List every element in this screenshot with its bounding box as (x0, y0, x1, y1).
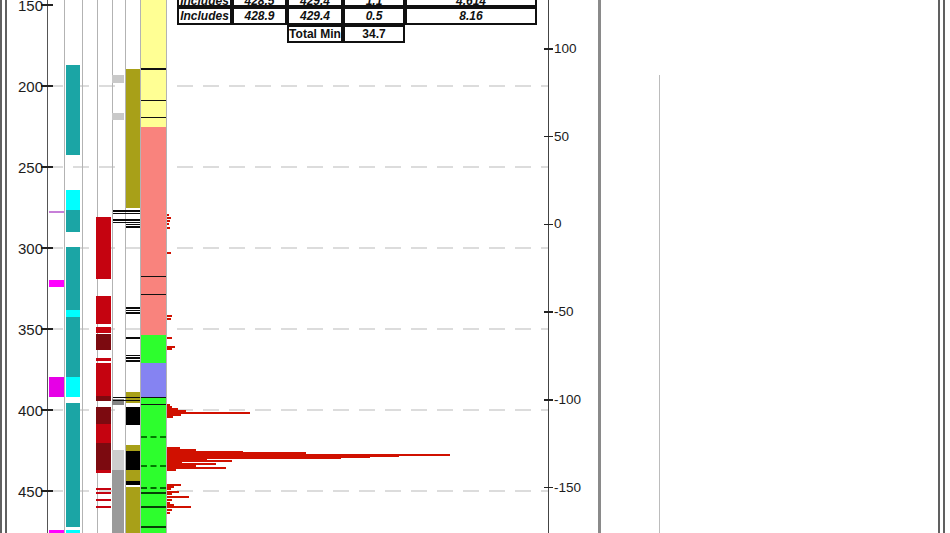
assay-curve-bar (167, 509, 172, 511)
hematite-interval (96, 492, 111, 493)
lithology-interval (141, 335, 166, 363)
table-cell: 428.9 (232, 7, 287, 25)
page-border-right-outer (943, 0, 945, 533)
lithology-contact-line (141, 487, 166, 489)
assay-curve-bar (167, 512, 170, 514)
page-border-left-inner (5, 0, 7, 533)
depth-gridline (47, 85, 548, 87)
uranium-line (126, 312, 140, 314)
table-cell: Includes (177, 0, 232, 7)
clay-interval (112, 75, 124, 83)
assay-curve-bar (167, 499, 172, 501)
silicification-interval (66, 190, 80, 210)
elevation-axis-label: 50 (554, 129, 569, 144)
elevation-axis-label: 100 (554, 41, 577, 56)
table-cell: 34.7 (343, 25, 405, 43)
elevation-axis-tick (544, 399, 553, 401)
depth-gridline (47, 409, 548, 411)
hematite-interval (96, 334, 111, 350)
silicification-interval (66, 403, 80, 527)
table-cell: 1.1 (343, 0, 405, 7)
uranium-line (126, 357, 140, 359)
elevation-axis-tick (544, 487, 553, 489)
table-cell: 4.614 (405, 0, 537, 7)
silicification-interval (66, 65, 80, 155)
lithology-interval (141, 0, 166, 69)
elevation-axis-tick (544, 224, 553, 226)
hematite-interval (96, 499, 111, 500)
assay-curve-bar (167, 252, 171, 254)
uranium-line (126, 337, 140, 339)
assay-curve-bar (167, 223, 169, 225)
lithology-interval (141, 363, 166, 397)
lithology-interval (141, 302, 166, 335)
lithology-contact-line (141, 436, 166, 438)
elevation-axis-label: -100 (554, 392, 581, 407)
mineralization-interval (126, 470, 140, 481)
lithology-contact-line (141, 492, 166, 494)
uranium-line (126, 310, 140, 312)
hematite-interval (96, 506, 111, 507)
mineralization-interval (126, 481, 140, 485)
elevation-axis-tick (544, 48, 553, 50)
clay-interval (112, 450, 124, 470)
carbonate-interval (49, 211, 64, 213)
strip-log-report: 150200250300350400450100500-50-100-150 I… (0, 0, 950, 533)
silicification-interval (66, 310, 80, 317)
track-border (64, 0, 65, 533)
mineralization-interval (126, 487, 140, 533)
silicification-interval (66, 210, 80, 232)
hematite-interval (96, 470, 111, 473)
clay-interval (112, 470, 124, 533)
assay-curve-bar (167, 469, 176, 471)
lithology-interval (141, 127, 166, 270)
hematite-interval (96, 358, 111, 361)
assay-curve-bar (167, 227, 170, 229)
lithology-contact-line (141, 526, 166, 528)
depth-gridline (47, 247, 548, 249)
table-cell: Includes (177, 7, 232, 25)
assay-curve-bar (167, 337, 172, 339)
elevation-axis-label: -50 (554, 304, 574, 319)
assay-curve-bar (167, 217, 171, 219)
assay-curve-bar (167, 220, 170, 222)
table-cell: 0.5 (343, 7, 405, 25)
elevation-axis-label: 0 (554, 216, 562, 231)
lithology-contact-line (141, 68, 166, 70)
mineralization-interval (126, 451, 140, 470)
elevation-axis-label: -150 (554, 480, 581, 495)
depth-gridline (47, 166, 548, 168)
lithology-interval (141, 405, 166, 533)
lithology-contact-line (141, 506, 166, 508)
legend-panel: ChertGabbroStructureFault ZoneShear Zone… (600, 0, 950, 533)
assay-curve-bar (167, 488, 171, 490)
hematite-interval (96, 396, 111, 401)
hematite-interval (96, 443, 111, 470)
lithology-interval (141, 70, 166, 100)
assay-curve-bar (167, 493, 172, 495)
hematite-interval (96, 424, 111, 443)
carbonate-interval (49, 280, 64, 287)
uranium-line (113, 219, 140, 221)
strip-log-plot: 150200250300350400450100500-50-100-150 (0, 0, 600, 533)
assay-curve-bar (167, 506, 191, 508)
carbonate-interval (49, 377, 64, 397)
depth-axis-line (47, 0, 48, 533)
assay-curve-bar (167, 348, 172, 350)
table-cell: 8.16 (405, 7, 537, 25)
lithology-interval (141, 100, 166, 118)
uranium-line (126, 360, 140, 362)
table-cell: 429.4 (287, 0, 343, 7)
uranium-line (113, 400, 140, 402)
lithology-interval (141, 276, 166, 295)
lithology-interval (141, 295, 166, 302)
silicification-interval (66, 317, 80, 377)
mineralization-interval (126, 69, 140, 208)
clay-interval (112, 113, 124, 120)
uranium-line (126, 355, 140, 357)
table-cell: 428.5 (232, 0, 287, 7)
assay-curve-bar (167, 416, 173, 418)
assay-curve-bar (167, 496, 189, 498)
uranium-line (126, 226, 140, 228)
hematite-interval (96, 363, 111, 396)
